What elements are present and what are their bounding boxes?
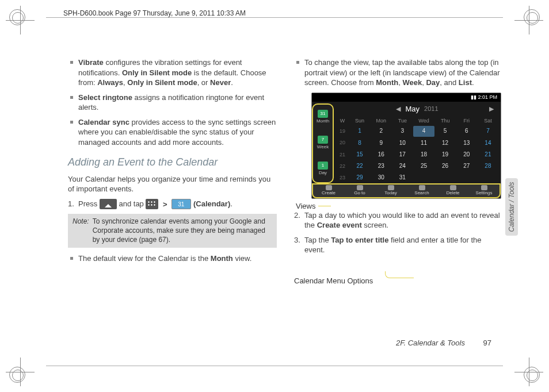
t: , and [440,78,459,87]
calendar-app-icon [171,199,191,209]
note-box: Note: To synchronize calendar events amo… [68,214,277,248]
t: screen. [362,221,388,229]
day-header: Wed [413,116,434,125]
next-month-icon: ▶ [489,105,494,113]
menu-item-settings: Settings [468,185,500,197]
day-cell: 18 [413,149,434,160]
side-tab-label: Calendar / Tools [508,182,516,232]
settings-icon [481,185,487,190]
bullet-ringtone: Select ringtone assigns a notification r… [78,93,277,113]
menu-item-create: Create [313,185,344,197]
day-header: Fri [456,116,477,125]
calendar-menu-row: CreateGo toTodaySearchDeleteSettings [312,183,501,198]
t: Day [426,78,440,87]
day-cell: 28 [478,160,498,171]
calendar-view-icon: 7 [318,136,328,144]
header-rule [46,17,503,18]
day-cell: 11 [413,137,434,148]
sync-label: Calendar sync [78,118,129,126]
views-tab-column: 31Month7Week1Day [312,103,334,183]
note-label: Note: [73,217,89,244]
note-text: To synchronize calendar events among you… [93,217,272,244]
week-number: 22 [336,160,349,171]
day-cell: 13 [456,137,477,148]
step-2: 2. Tap a day to which you would like to … [304,210,503,230]
t: . [231,78,233,87]
search-icon [419,185,425,190]
ringtone-label: Select ringtone [78,93,132,102]
view-label: Week [317,144,329,151]
day-cell: 22 [349,160,370,171]
callout-line [385,271,414,278]
menu-label: Settings [476,190,493,197]
status-time: 2:01 PM [478,94,497,100]
day-cell [456,172,477,183]
view-label: Month [317,118,329,125]
day-cell: 27 [456,160,477,171]
side-tab: Calendar / Tools [505,178,518,236]
day-cell: 5 [435,126,456,137]
t: and tap [119,199,146,208]
day-cell: 23 [371,160,391,171]
create-icon [326,185,332,190]
menu-item-search: Search [406,185,437,197]
week-number: 20 [336,137,349,148]
calendar-view-icon: 1 [318,162,328,170]
menu-item-go-to: Go to [344,185,375,197]
day-cell: 17 [392,149,413,160]
month-label: May [405,104,420,114]
calendar-view-icon: 31 [318,110,328,118]
week-number: 23 [336,172,349,183]
day-header: W [336,116,349,125]
section-intro: Your Calendar helps you organize your ti… [68,174,277,194]
bullet-vibrate: Vibrate configures the vibration setting… [78,57,277,88]
day-cell: 12 [435,137,456,148]
t: Always [97,78,123,87]
calendar-screenshot: ▮▮ 2:01 PM 31Month7Week1Day ◀ May 2011 ▶… [311,93,501,199]
day-cell: 1 [349,126,370,137]
t: Only in Silent mode [127,78,197,87]
t: Press [78,199,100,208]
day-cell: 24 [392,160,413,171]
step-num: 3. [294,235,300,245]
view-tab-month: 31Month [313,105,333,130]
registration-mark-icon [9,9,25,25]
registration-mark-icon [9,367,25,383]
footer-rule [46,366,503,366]
day-cell: 9 [371,137,391,148]
day-cell: 29 [349,172,370,183]
day-cell: 19 [435,149,456,160]
t: List [459,78,472,87]
menu-label: Go to [354,190,365,197]
registration-mark-icon [524,9,540,25]
day-cell: 10 [392,137,413,148]
menu-item-delete: Delete [437,185,468,197]
menu-label: Create [322,190,336,197]
t: Tap to enter title [331,236,388,244]
t: Month [376,78,398,87]
t: . [472,78,474,87]
prev-month-icon: ◀ [396,105,401,113]
right-column: To change the view, tap the available ta… [294,57,503,268]
day-cell: 31 [392,172,413,183]
registration-mark-icon [524,367,540,383]
step-1: 1. Press and tap > (Calendar). [78,199,277,210]
day-header: Sat [478,116,498,125]
go to-icon [357,185,363,190]
bullet-calendar-sync: Calendar sync provides access to the syn… [78,117,277,148]
week-number: 19 [336,126,349,137]
day-cell: 15 [349,149,370,160]
menu-label: Search [414,190,429,197]
t: Only in Silent mode [122,68,192,77]
day-header: Mon [371,116,391,125]
year-label: 2011 [424,105,438,113]
t: (Calendar) [193,199,230,208]
day-cell: 7 [478,126,498,137]
step-num: 1. [68,199,74,209]
doc-header: SPH-D600.book Page 97 Thursday, June 9, … [63,9,246,17]
breadcrumb-separator: > [161,199,170,210]
day-cell: 21 [478,149,498,160]
apps-icon [146,199,158,209]
footer-section: 2F. Calendar & Tools [396,339,465,347]
day-cell [435,172,456,183]
